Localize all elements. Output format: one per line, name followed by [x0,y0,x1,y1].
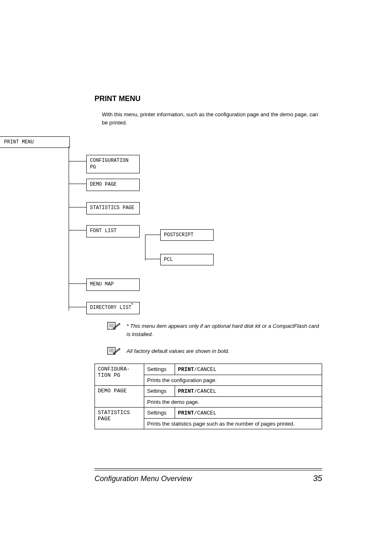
tree-connector [69,207,86,207]
tree-root: PRINT MENU [0,136,70,148]
row-name-l1: STATISTICS [98,410,130,416]
settings-value: PRINT/CANCEL [175,386,322,397]
note-1: * This menu item appears only if an opti… [107,321,322,338]
tree-root-line [69,146,69,311]
tree-item-fontlist: FONT LIST [86,225,140,237]
note-icon [107,346,121,355]
tree-connector [145,235,160,235]
footer-title: Configuration Menu Overview [95,474,192,483]
print-label: PRINT [178,388,194,394]
intro-paragraph: With this menu, printer information, suc… [102,111,322,127]
footer-page-number: 35 [313,474,322,483]
page-heading: PRINT MENU [95,94,322,103]
settings-label: Settings [144,386,175,397]
tree-connector [69,161,86,161]
row-name-l1: DEMO PAGE [98,388,127,394]
note-1-text: * This menu item appears only if an opti… [127,321,322,338]
tree-item-postscript: POSTSCRIPT [160,229,214,241]
row-name-l1: CONFIGURA- [98,366,130,372]
note-2: All factory default values are shown in … [107,346,322,355]
row-desc: Prints the demo page. [144,397,322,408]
table-row: STATISTICS PAGE Settings PRINT/CANCEL [95,408,322,419]
tree-connector [69,184,86,184]
menu-tree: PRINT MENU CONFIGURATION PG DEMO PAGE ST… [95,136,322,309]
row-name: DEMO PAGE [95,386,144,408]
slash: / [194,366,197,373]
note-icon [107,321,121,330]
tree-item-menumap: MENU MAP [86,279,140,291]
tree-connector [145,235,145,260]
row-name: STATISTICS PAGE [95,408,144,429]
tree-item-configuration: CONFIGURATION PG [86,155,140,173]
svg-rect-0 [108,322,115,329]
tree-connector [69,230,86,230]
cancel-label: CANCEL [197,388,217,394]
row-name-l2: TION PG [98,372,120,378]
tree-connector [69,283,86,284]
settings-value: PRINT/CANCEL [175,408,322,419]
footer-rule-top [95,468,322,469]
page-footer: Configuration Menu Overview 35 [95,470,322,483]
settings-label: Settings [144,408,175,419]
row-name-l2: PAGE [98,416,111,422]
slash: / [194,388,197,394]
table-row: CONFIGURA- TION PG Settings PRINT/CANCEL [95,364,322,375]
tree-item-pcl: PCL [160,254,214,265]
row-desc: Prints the configuration page. [144,375,322,386]
asterisk-marker: * [131,302,134,308]
note-2-text: All factory default values are shown in … [127,346,322,355]
table-row: DEMO PAGE Settings PRINT/CANCEL [95,386,322,397]
settings-table: CONFIGURA- TION PG Settings PRINT/CANCEL… [95,364,322,429]
row-desc: Prints the statistics page such as the n… [144,419,322,429]
settings-value: PRINT/CANCEL [175,364,322,375]
slash: / [194,410,197,416]
settings-label: Settings [144,364,175,375]
print-label: PRINT [178,366,194,373]
tree-item-demo: DEMO PAGE [86,179,140,191]
cancel-label: CANCEL [197,366,217,373]
row-name: CONFIGURA- TION PG [95,364,144,386]
tree-item-statistics: STATISTICS PAGE [86,202,140,214]
print-label: PRINT [178,410,194,416]
cancel-label: CANCEL [197,410,217,416]
tree-connector [145,259,160,259]
svg-rect-4 [108,348,115,355]
tree-connector [69,307,86,307]
